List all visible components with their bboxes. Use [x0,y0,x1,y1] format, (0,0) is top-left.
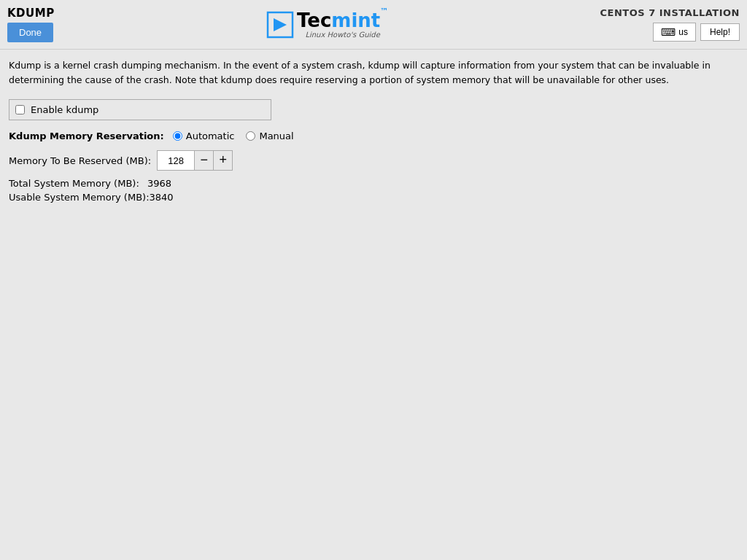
memory-reserved-label: Memory To Be Reserved (MB): [9,155,151,166]
header-buttons: ⌨ us Help! [653,23,740,42]
automatic-label: Automatic [186,131,235,141]
logo-tec: Tec [297,10,331,31]
description-text: Kdump is a kernel crash dumping mechanis… [9,58,738,88]
memory-input-group: − + [157,150,233,171]
logo-trademark: ™ [380,7,388,28]
memory-decrement-button[interactable]: − [194,151,213,170]
logo-subtitle: Linux Howto's Guide [297,31,388,39]
manual-radio[interactable] [246,131,255,141]
automatic-radio[interactable] [173,131,182,141]
memory-increment-button[interactable]: + [213,151,232,170]
header-left: KDUMP Done [7,7,55,42]
tecmint-logo-icon [266,11,294,39]
manual-radio-option[interactable]: Manual [246,131,293,141]
enable-kdump-label[interactable]: Enable kdump [31,104,98,115]
total-memory-value: 3968 [147,178,171,189]
keyboard-locale: us [678,27,688,37]
reservation-label: Kdump Memory Reservation: [9,131,164,141]
radio-group: Automatic Manual [173,131,294,141]
enable-kdump-checkbox[interactable] [15,105,25,114]
total-memory-label: Total System Memory (MB): [9,178,147,189]
centos-title: CENTOS 7 INSTALLATION [600,7,740,18]
header-center: Tecmint™ Linux Howto's Guide [266,10,388,39]
logo-mint: mint [331,10,380,31]
header-right: CENTOS 7 INSTALLATION ⌨ us Help! [600,7,740,42]
automatic-radio-option[interactable]: Automatic [173,131,235,141]
main-content: Kdump is a kernel crash dumping mechanis… [0,50,747,214]
manual-label: Manual [259,131,293,141]
header: KDUMP Done Tecmint™ Linux Howto's Guide … [0,0,747,50]
enable-kdump-container: Enable kdump [9,99,271,120]
reservation-row: Kdump Memory Reservation: Automatic Manu… [9,131,738,141]
section-title: KDUMP [7,7,55,20]
keyboard-icon: ⌨ [661,26,676,38]
help-button[interactable]: Help! [700,23,740,41]
memory-input[interactable] [158,153,194,168]
tecmint-logo: Tecmint™ Linux Howto's Guide [266,10,388,39]
memory-reserved-row: Memory To Be Reserved (MB): − + [9,150,738,171]
usable-memory-row: Usable System Memory (MB): 3840 [9,192,738,203]
total-memory-row: Total System Memory (MB): 3968 [9,178,738,189]
usable-memory-label: Usable System Memory (MB): [9,192,150,203]
keyboard-button[interactable]: ⌨ us [653,23,696,42]
usable-memory-value: 3840 [150,192,174,203]
done-button[interactable]: Done [7,23,53,42]
logo-text: Tecmint™ Linux Howto's Guide [297,10,388,39]
svg-marker-1 [274,18,287,31]
